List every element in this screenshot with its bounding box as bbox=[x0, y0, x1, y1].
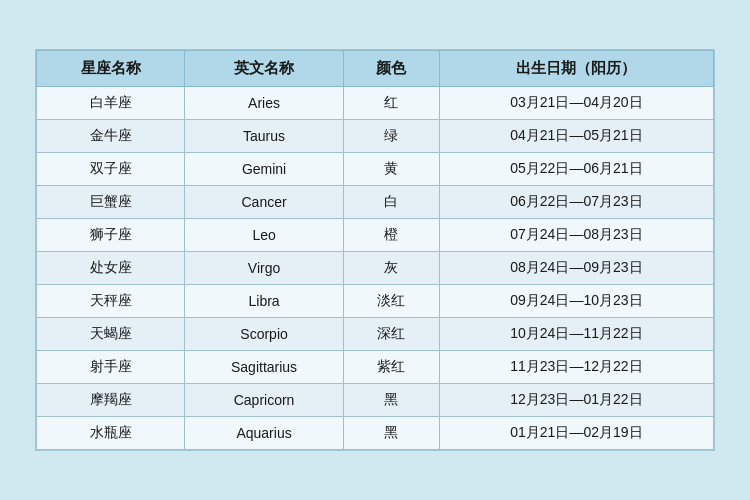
header-english-name: 英文名称 bbox=[185, 51, 344, 87]
header-chinese-name: 星座名称 bbox=[37, 51, 185, 87]
cell-chinese-name: 狮子座 bbox=[37, 219, 185, 252]
table-header-row: 星座名称 英文名称 颜色 出生日期（阳历） bbox=[37, 51, 714, 87]
cell-color: 深红 bbox=[343, 318, 439, 351]
cell-english-name: Libra bbox=[185, 285, 344, 318]
cell-chinese-name: 天蝎座 bbox=[37, 318, 185, 351]
table-row: 白羊座Aries红03月21日—04月20日 bbox=[37, 87, 714, 120]
cell-english-name: Gemini bbox=[185, 153, 344, 186]
table-row: 处女座Virgo灰08月24日—09月23日 bbox=[37, 252, 714, 285]
cell-color: 淡红 bbox=[343, 285, 439, 318]
cell-english-name: Leo bbox=[185, 219, 344, 252]
header-dates: 出生日期（阳历） bbox=[439, 51, 713, 87]
cell-english-name: Virgo bbox=[185, 252, 344, 285]
cell-english-name: Scorpio bbox=[185, 318, 344, 351]
zodiac-table-container: 星座名称 英文名称 颜色 出生日期（阳历） 白羊座Aries红03月21日—04… bbox=[35, 49, 715, 451]
cell-color: 红 bbox=[343, 87, 439, 120]
cell-color: 黑 bbox=[343, 417, 439, 450]
cell-color: 灰 bbox=[343, 252, 439, 285]
cell-chinese-name: 摩羯座 bbox=[37, 384, 185, 417]
cell-dates: 05月22日—06月21日 bbox=[439, 153, 713, 186]
cell-color: 黑 bbox=[343, 384, 439, 417]
cell-english-name: Capricorn bbox=[185, 384, 344, 417]
cell-chinese-name: 巨蟹座 bbox=[37, 186, 185, 219]
cell-dates: 03月21日—04月20日 bbox=[439, 87, 713, 120]
cell-chinese-name: 处女座 bbox=[37, 252, 185, 285]
cell-chinese-name: 天秤座 bbox=[37, 285, 185, 318]
cell-color: 紫红 bbox=[343, 351, 439, 384]
cell-english-name: Aries bbox=[185, 87, 344, 120]
table-row: 双子座Gemini黄05月22日—06月21日 bbox=[37, 153, 714, 186]
cell-english-name: Cancer bbox=[185, 186, 344, 219]
cell-dates: 07月24日—08月23日 bbox=[439, 219, 713, 252]
table-row: 天蝎座Scorpio深红10月24日—11月22日 bbox=[37, 318, 714, 351]
cell-dates: 12月23日—01月22日 bbox=[439, 384, 713, 417]
cell-dates: 10月24日—11月22日 bbox=[439, 318, 713, 351]
cell-english-name: Aquarius bbox=[185, 417, 344, 450]
cell-dates: 09月24日—10月23日 bbox=[439, 285, 713, 318]
table-row: 巨蟹座Cancer白06月22日—07月23日 bbox=[37, 186, 714, 219]
table-row: 狮子座Leo橙07月24日—08月23日 bbox=[37, 219, 714, 252]
cell-chinese-name: 水瓶座 bbox=[37, 417, 185, 450]
cell-color: 绿 bbox=[343, 120, 439, 153]
cell-dates: 11月23日—12月22日 bbox=[439, 351, 713, 384]
table-row: 天秤座Libra淡红09月24日—10月23日 bbox=[37, 285, 714, 318]
cell-english-name: Taurus bbox=[185, 120, 344, 153]
cell-dates: 08月24日—09月23日 bbox=[439, 252, 713, 285]
cell-chinese-name: 射手座 bbox=[37, 351, 185, 384]
cell-chinese-name: 白羊座 bbox=[37, 87, 185, 120]
table-row: 金牛座Taurus绿04月21日—05月21日 bbox=[37, 120, 714, 153]
table-body: 白羊座Aries红03月21日—04月20日金牛座Taurus绿04月21日—0… bbox=[37, 87, 714, 450]
table-row: 水瓶座Aquarius黑01月21日—02月19日 bbox=[37, 417, 714, 450]
zodiac-table: 星座名称 英文名称 颜色 出生日期（阳历） 白羊座Aries红03月21日—04… bbox=[36, 50, 714, 450]
table-row: 射手座Sagittarius紫红11月23日—12月22日 bbox=[37, 351, 714, 384]
cell-dates: 04月21日—05月21日 bbox=[439, 120, 713, 153]
cell-chinese-name: 双子座 bbox=[37, 153, 185, 186]
table-row: 摩羯座Capricorn黑12月23日—01月22日 bbox=[37, 384, 714, 417]
cell-color: 橙 bbox=[343, 219, 439, 252]
cell-color: 白 bbox=[343, 186, 439, 219]
cell-color: 黄 bbox=[343, 153, 439, 186]
cell-chinese-name: 金牛座 bbox=[37, 120, 185, 153]
cell-english-name: Sagittarius bbox=[185, 351, 344, 384]
header-color: 颜色 bbox=[343, 51, 439, 87]
cell-dates: 01月21日—02月19日 bbox=[439, 417, 713, 450]
cell-dates: 06月22日—07月23日 bbox=[439, 186, 713, 219]
